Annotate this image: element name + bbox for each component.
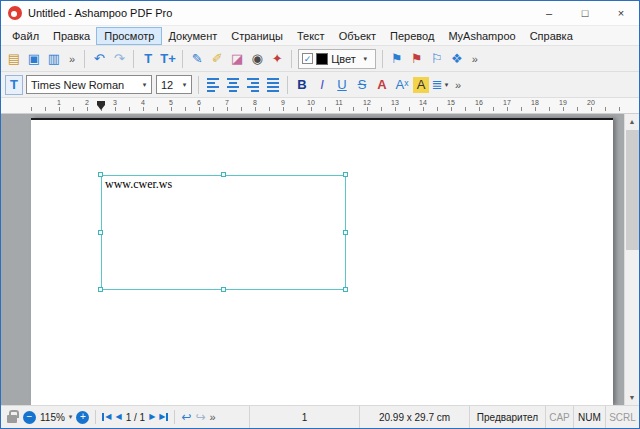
zoom-dropdown-icon[interactable]: ▾ <box>67 406 75 428</box>
color-button[interactable]: ✓Цвет▾ <box>298 49 376 69</box>
menu-edit[interactable]: Правка <box>46 28 97 44</box>
next-page-button[interactable]: ▶ <box>147 406 157 428</box>
selection-handle[interactable] <box>343 287 348 292</box>
chevron-down-icon[interactable]: ▾ <box>359 55 372 63</box>
selection-handle[interactable] <box>98 287 103 292</box>
tools-overflow[interactable]: » <box>470 53 480 65</box>
menu-myashampoo[interactable]: MyAshampoo <box>441 28 522 44</box>
redo-icon[interactable]: ↷ <box>110 49 128 69</box>
first-page-button[interactable]: ◀ <box>100 406 113 428</box>
menu-translate[interactable]: Перевод <box>383 28 441 44</box>
selection-handle[interactable] <box>343 230 348 235</box>
flag-red-icon[interactable]: ⚑ <box>408 49 426 69</box>
ruler-number: 2 <box>85 99 89 106</box>
superscript-icon[interactable]: Aˣ <box>393 75 411 95</box>
menu-pages[interactable]: Страницы <box>224 28 290 44</box>
window-controls: – □ × <box>531 1 639 25</box>
ruler-number: 18 <box>531 99 539 106</box>
eraser-icon[interactable]: ◪ <box>228 49 246 69</box>
ruler-number: 19 <box>559 99 567 106</box>
menu-file[interactable]: Файл <box>5 28 46 44</box>
highlighter-icon[interactable]: ✐ <box>208 49 226 69</box>
flag-blue-icon[interactable]: ⚑ <box>388 49 406 69</box>
align-right-icon[interactable] <box>244 75 262 95</box>
add-text-icon[interactable]: T+ <box>159 49 177 69</box>
status-bar: −115%▾+◀◀1 / 1▶▶↩↪»120.99 x 29.7 cmПредв… <box>1 405 639 428</box>
chevron-down-icon[interactable]: ▾ <box>445 81 449 89</box>
ruler-number: 5 <box>169 99 173 106</box>
pen-icon[interactable]: ✎ <box>188 49 206 69</box>
scrollbar-thumb[interactable] <box>626 130 639 250</box>
next-view-button[interactable]: ↪ <box>194 406 208 428</box>
status-cell-preview: Предварител <box>469 406 545 428</box>
toolbar-separator <box>382 50 383 68</box>
frame-text[interactable]: www.cwer.ws <box>102 176 345 193</box>
chevron-down-icon[interactable]: ▾ <box>178 81 191 89</box>
text-frame[interactable]: www.cwer.ws <box>101 175 346 290</box>
status-separator <box>95 410 96 424</box>
font-family-select-value: Times New Roman <box>27 79 138 91</box>
minimize-button[interactable]: – <box>531 1 567 25</box>
selection-handle[interactable] <box>221 172 226 177</box>
strikethrough-icon[interactable]: S <box>353 75 371 95</box>
selection-handle[interactable] <box>98 230 103 235</box>
line-spacing-icon[interactable]: ≣▾ <box>431 75 449 95</box>
checkbox-icon[interactable]: ✓ <box>302 53 313 64</box>
underline-icon[interactable]: U <box>333 75 351 95</box>
maximize-button[interactable]: □ <box>567 1 603 25</box>
ruler-number: 4 <box>141 99 145 106</box>
vertical-scrollbar[interactable]: ▲ ▼ <box>624 114 639 405</box>
font-family-select[interactable]: Times New Roman▾ <box>26 75 152 94</box>
bold-icon[interactable]: B <box>293 75 311 95</box>
print-icon[interactable]: ▥ <box>45 49 63 69</box>
color-picker-icon[interactable]: ✦ <box>268 49 286 69</box>
page-top-edge <box>31 118 613 120</box>
selection-handle[interactable] <box>343 172 348 177</box>
menu-help[interactable]: Справка <box>523 28 580 44</box>
italic-icon[interactable]: I <box>313 75 331 95</box>
status-cell-cap: CAP <box>545 406 573 428</box>
last-page-button[interactable]: ▶ <box>157 406 170 428</box>
bookmark-icon[interactable]: ⚐ <box>428 49 446 69</box>
text-style-icon[interactable]: T <box>5 75 23 95</box>
menu-document[interactable]: Документ <box>161 28 224 44</box>
status-cell-num: NUM <box>573 406 605 428</box>
align-center-icon[interactable] <box>224 75 242 95</box>
menu-object[interactable]: Объект <box>332 28 383 44</box>
font-color-icon[interactable]: A <box>373 75 391 95</box>
zoom-out-button[interactable]: − <box>21 406 38 428</box>
zoom-in-button[interactable]: + <box>74 406 91 428</box>
color-button-label: Цвет <box>331 53 356 65</box>
page[interactable]: www.cwer.ws <box>31 118 613 405</box>
ruler: 1234567891011121314151617181920 <box>1 98 639 114</box>
align-justify-icon[interactable] <box>264 75 282 95</box>
selection-handle[interactable] <box>221 287 226 292</box>
menu-text[interactable]: Текст <box>290 28 332 44</box>
indent-marker-icon[interactable] <box>97 101 105 110</box>
menu-bar: ФайлПравкаПросмотрДокументСтраницыТекстО… <box>1 26 639 46</box>
document-area: www.cwer.ws ▲ ▼ <box>1 114 639 405</box>
font-size-select[interactable]: 12▾ <box>156 75 192 94</box>
menu-view[interactable]: Просмотр <box>97 28 161 44</box>
lock-icon[interactable] <box>1 406 21 428</box>
open-file-icon[interactable]: ▤ <box>5 49 23 69</box>
file-overflow[interactable]: » <box>67 53 77 65</box>
scroll-up-icon[interactable]: ▲ <box>625 114 640 129</box>
selection-handle[interactable] <box>98 172 103 177</box>
scroll-down-icon[interactable]: ▼ <box>625 390 640 405</box>
status-overflow[interactable]: » <box>208 406 218 428</box>
undo-icon[interactable]: ↶ <box>90 49 108 69</box>
highlight-color-icon[interactable]: A <box>413 77 429 93</box>
save-icon[interactable]: ▣ <box>25 49 43 69</box>
format-overflow[interactable]: » <box>453 79 463 91</box>
ruler-number: 10 <box>307 99 315 106</box>
prev-page-button[interactable]: ◀ <box>114 406 124 428</box>
stamp-icon[interactable]: ❖ <box>448 49 466 69</box>
close-button[interactable]: × <box>603 1 639 25</box>
prev-view-button[interactable]: ↩ <box>179 406 193 428</box>
chevron-down-icon[interactable]: ▾ <box>138 81 151 89</box>
toolbar-separator <box>291 50 292 68</box>
camera-icon[interactable]: ◉ <box>248 49 266 69</box>
align-left-icon[interactable] <box>204 75 222 95</box>
edit-text-icon[interactable]: T <box>139 49 157 69</box>
